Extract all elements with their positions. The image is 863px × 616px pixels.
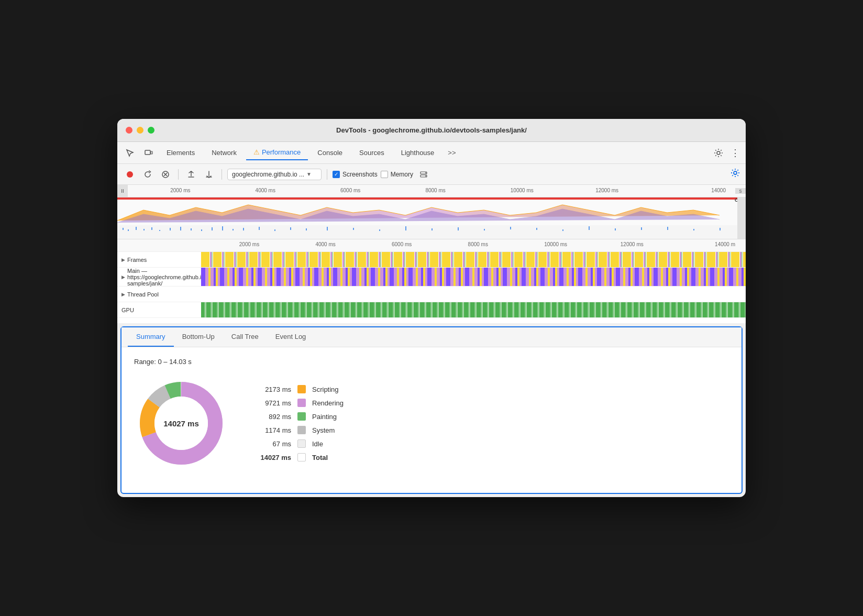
legend-row-scripting: 2173 ms Scripting bbox=[255, 385, 344, 393]
upload-button[interactable] bbox=[184, 167, 198, 182]
svg-rect-18 bbox=[180, 227, 181, 230]
tab-performance[interactable]: ⚠Performance bbox=[246, 145, 308, 160]
tab-network[interactable]: Network bbox=[204, 146, 244, 160]
tab-sources[interactable]: Sources bbox=[352, 146, 392, 160]
bottom-tab-bar: Summary Bottom-Up Call Tree Event Log bbox=[121, 327, 742, 347]
system-ms: 1174 ms bbox=[255, 426, 291, 434]
summary-body: 14027 ms 2173 ms Scripting 9721 ms Rende… bbox=[134, 376, 729, 470]
frames-track-label: ▶ Frames bbox=[117, 257, 201, 263]
frames-arrow-icon[interactable]: ▶ bbox=[121, 257, 125, 262]
minimize-button[interactable] bbox=[137, 127, 143, 134]
devtools-settings-button[interactable] bbox=[710, 145, 727, 161]
svg-rect-25 bbox=[259, 227, 260, 230]
ruler-end-marker: s bbox=[735, 188, 746, 194]
svg-point-7 bbox=[425, 172, 426, 173]
timeline-tracks-section: 2000 ms 4000 ms 6000 ms 8000 ms 10000 ms… bbox=[117, 239, 746, 323]
toolbar-divider-1 bbox=[178, 169, 179, 180]
performance-toolbar: googlechrome.github.io ... ▼ ✓ Screensho… bbox=[117, 164, 746, 185]
url-bar-dropdown-icon: ▼ bbox=[306, 171, 312, 177]
gpu-track-row: GPU bbox=[117, 302, 746, 318]
more-tabs-button[interactable]: >> bbox=[444, 147, 460, 159]
main-arrow-icon[interactable]: ▶ bbox=[121, 274, 125, 280]
thread-pool-track-row: ▶ Thread Pool bbox=[117, 287, 746, 302]
legend-row-total: 14027 ms Total bbox=[255, 453, 344, 461]
toolbar-divider-2 bbox=[222, 169, 222, 180]
screenshots-checkbox[interactable]: ✓ bbox=[333, 171, 340, 178]
overview-area: CPU NET bbox=[117, 197, 746, 239]
legend-row-rendering: 9721 ms Rendering bbox=[255, 399, 344, 407]
tab-bottom-up[interactable]: Bottom-Up bbox=[174, 327, 223, 347]
ruler-label-10000: 10000 ms bbox=[511, 188, 534, 193]
svg-rect-37 bbox=[536, 228, 537, 230]
rendering-name: Rendering bbox=[312, 399, 344, 407]
download-button[interactable] bbox=[202, 167, 216, 182]
idle-name: Idle bbox=[312, 440, 323, 448]
idle-swatch bbox=[297, 439, 306, 448]
main-track-content[interactable] bbox=[201, 268, 746, 286]
total-swatch bbox=[297, 453, 306, 461]
screenshots-checkbox-group[interactable]: ✓ Screenshots bbox=[333, 171, 378, 178]
donut-chart-container: 14027 ms bbox=[134, 376, 228, 470]
summary-content: Range: 0 – 14.03 s bbox=[121, 347, 742, 481]
ruler-pause-button[interactable]: ⏸ bbox=[117, 185, 128, 197]
performance-settings-button[interactable] bbox=[730, 168, 740, 181]
overview-scrollbar[interactable] bbox=[737, 197, 746, 239]
painting-name: Painting bbox=[312, 413, 337, 421]
ruler2-6000: 6000 ms bbox=[392, 241, 412, 247]
svg-rect-29 bbox=[327, 227, 328, 230]
svg-rect-11 bbox=[123, 228, 124, 230]
tab-summary[interactable]: Summary bbox=[128, 327, 174, 347]
frames-track-content[interactable] bbox=[201, 252, 746, 267]
memory-checkbox[interactable] bbox=[381, 171, 388, 178]
reload-record-button[interactable] bbox=[140, 167, 155, 182]
select-element-icon[interactable] bbox=[121, 145, 138, 161]
tab-event-log[interactable]: Event Log bbox=[267, 327, 315, 347]
svg-rect-10 bbox=[117, 225, 737, 239]
svg-rect-17 bbox=[170, 228, 171, 230]
ruler-label-2000: 2000 ms bbox=[170, 188, 190, 193]
record-button[interactable] bbox=[123, 167, 137, 182]
tab-elements[interactable]: Elements bbox=[159, 146, 202, 160]
maximize-button[interactable] bbox=[148, 127, 154, 134]
net-chart bbox=[117, 225, 737, 239]
ruler-labels: 2000 ms 4000 ms 6000 ms 8000 ms 10000 ms… bbox=[128, 185, 735, 197]
svg-rect-33 bbox=[432, 228, 433, 230]
total-ms: 14027 ms bbox=[255, 454, 291, 461]
svg-rect-39 bbox=[589, 226, 590, 230]
memory-checkbox-group[interactable]: Memory bbox=[381, 171, 413, 178]
devtools-menu-button[interactable]: ⋮ bbox=[729, 145, 742, 161]
summary-legend: 2173 ms Scripting 9721 ms Rendering 892 … bbox=[255, 385, 344, 461]
gpu-track-label: GPU bbox=[117, 307, 201, 313]
toolbar-divider-3 bbox=[327, 169, 327, 180]
storage-button[interactable] bbox=[416, 167, 431, 182]
svg-rect-44 bbox=[720, 228, 721, 230]
svg-rect-12 bbox=[128, 229, 129, 231]
thread-pool-track-content[interactable] bbox=[201, 287, 746, 302]
svg-rect-26 bbox=[274, 229, 275, 231]
tab-call-tree[interactable]: Call Tree bbox=[223, 327, 267, 347]
screenshots-label: Screenshots bbox=[342, 171, 378, 178]
tab-console[interactable]: Console bbox=[310, 146, 350, 160]
thread-pool-track-label: ▶ Thread Pool bbox=[117, 291, 201, 298]
clear-button[interactable] bbox=[158, 167, 173, 182]
svg-point-8 bbox=[425, 175, 426, 177]
svg-rect-16 bbox=[159, 230, 160, 231]
scripting-ms: 2173 ms bbox=[255, 386, 291, 393]
svg-rect-35 bbox=[484, 229, 485, 230]
svg-rect-42 bbox=[667, 227, 668, 230]
tab-lighthouse[interactable]: Lighthouse bbox=[394, 146, 442, 160]
ruler-label-12000: 12000 ms bbox=[595, 188, 618, 193]
url-filter-bar[interactable]: googlechrome.github.io ... ▼ bbox=[227, 169, 322, 180]
close-button[interactable] bbox=[126, 127, 132, 134]
gpu-track-content[interactable] bbox=[201, 302, 746, 317]
svg-rect-14 bbox=[143, 229, 145, 230]
svg-rect-0 bbox=[145, 150, 150, 155]
thread-pool-arrow-icon[interactable]: ▶ bbox=[121, 292, 125, 297]
legend-row-system: 1174 ms System bbox=[255, 426, 344, 434]
url-filter-text: googlechrome.github.io ... bbox=[232, 171, 304, 178]
toolbar-right bbox=[730, 168, 740, 181]
scripting-swatch bbox=[297, 385, 306, 393]
ruler-label-8000: 8000 ms bbox=[425, 188, 445, 193]
ruler2-labels: 2000 ms 4000 ms 6000 ms 8000 ms 10000 ms… bbox=[201, 239, 746, 251]
device-toolbar-icon[interactable] bbox=[140, 145, 157, 161]
